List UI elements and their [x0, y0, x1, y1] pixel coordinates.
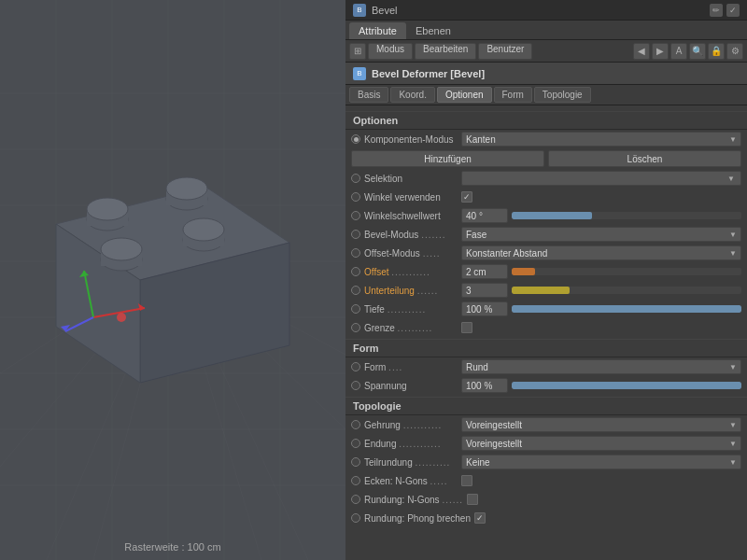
- prop-row-form: Form .... Rund ▼: [345, 357, 747, 376]
- value-endung: Voreingestellt ▼: [461, 436, 741, 451]
- edit-icon[interactable]: ✏: [710, 4, 723, 17]
- dropdown-endung[interactable]: Voreingestellt ▼: [461, 436, 741, 451]
- dropdown-gehrung[interactable]: Voreingestellt ▼: [461, 417, 741, 432]
- properties-panel: B Bevel ✏ ✓ Attribute Ebenen ⊞ Modus Bea…: [345, 0, 747, 560]
- input-tiefe[interactable]: 100 %: [461, 301, 508, 316]
- value-selektion: ▼: [461, 171, 741, 186]
- value-gehrung: Voreingestellt ▼: [461, 417, 741, 432]
- radio-komponenten[interactable]: [351, 134, 360, 144]
- value-spannung: 100 %: [461, 378, 741, 393]
- radio-tiefe[interactable]: [351, 304, 360, 314]
- anchor-icon[interactable]: A: [670, 43, 687, 60]
- dropdown-bevel-modus[interactable]: Fase ▼: [461, 227, 741, 242]
- tab-optionen[interactable]: Optionen: [437, 87, 492, 103]
- prop-row-rundung-phong: Rundung: Phong brechen: [345, 509, 747, 527]
- viewport-label: Rasterweite : 100 cm: [124, 541, 220, 553]
- dropdown-kanten[interactable]: Kanten ▼: [461, 132, 741, 147]
- label-selektion: Selektion: [364, 174, 458, 184]
- tab-topologie[interactable]: Topologie: [534, 87, 591, 103]
- radio-winkel-verwenden[interactable]: [351, 192, 360, 202]
- dropdown-teilrundung[interactable]: Keine ▼: [461, 455, 741, 469]
- svg-point-43: [117, 313, 126, 322]
- radio-offset[interactable]: [351, 267, 360, 276]
- slider-winkelschwellwert[interactable]: [512, 212, 741, 219]
- label-bevel-modus: Bevel-Modus .......: [364, 230, 458, 240]
- input-spannung[interactable]: 100 %: [461, 378, 508, 393]
- radio-unterteilung[interactable]: [351, 286, 360, 295]
- section-form: Form: [345, 339, 747, 357]
- radio-bevel-modus[interactable]: [351, 230, 360, 239]
- tab-koord[interactable]: Koord.: [390, 87, 434, 103]
- checkbox-rundung-phong[interactable]: [474, 512, 486, 524]
- title-bar-actions: ✏ ✓: [710, 4, 740, 17]
- value-form: Rund ▼: [461, 359, 741, 374]
- label-tiefe: Tiefe ...........: [364, 304, 458, 315]
- section-topologie: Topologie: [345, 397, 747, 415]
- dropdown-form[interactable]: Rund ▼: [461, 359, 741, 374]
- radio-grenze[interactable]: [351, 323, 360, 332]
- tab-basis[interactable]: Basis: [349, 87, 388, 103]
- radio-form[interactable]: [351, 362, 360, 371]
- value-ecken-ngons: [461, 475, 741, 486]
- check-icon[interactable]: ✓: [726, 4, 740, 17]
- input-winkelschwellwert[interactable]: 40 °: [461, 208, 508, 223]
- tab-form[interactable]: Form: [494, 87, 532, 103]
- input-unterteilung[interactable]: 3: [461, 283, 508, 298]
- label-ecken-ngons: Ecken: N-Gons .....: [364, 476, 458, 486]
- object-icon: B: [353, 67, 366, 80]
- bearbeiten-button[interactable]: Bearbeiten: [415, 43, 476, 60]
- btn-row-add-delete: Hinzufügen Löschen: [345, 148, 747, 169]
- lock-icon[interactable]: 🔒: [708, 43, 725, 60]
- toolbar: ⊞ Modus Bearbeiten Benutzer ◀ ▶ A 🔍 🔒 ⚙: [345, 40, 747, 63]
- slider-offset[interactable]: [512, 268, 741, 275]
- checkbox-rundung-ngons[interactable]: [467, 494, 478, 505]
- prop-row-winkel-verwenden: Winkel verwenden: [345, 188, 747, 206]
- radio-spannung[interactable]: [351, 381, 360, 390]
- gear-icon[interactable]: ⚙: [726, 43, 743, 60]
- slider-tiefe[interactable]: [512, 305, 741, 313]
- prop-row-offset: Offset ........... 2 cm: [345, 262, 747, 281]
- tab-attribute[interactable]: Attribute: [349, 22, 406, 39]
- benutzer-button[interactable]: Benutzer: [478, 43, 532, 60]
- svg-point-36: [183, 218, 224, 241]
- checkbox-grenze[interactable]: [461, 322, 472, 333]
- radio-selektion[interactable]: [351, 174, 360, 183]
- input-offset[interactable]: 2 cm: [461, 264, 508, 279]
- prop-row-bevel-modus: Bevel-Modus ....... Fase ▼: [345, 225, 747, 244]
- title-bar: B Bevel ✏ ✓: [345, 0, 747, 21]
- slider-spannung[interactable]: [512, 382, 741, 389]
- checkbox-winkel-verwenden[interactable]: [461, 191, 472, 203]
- prop-row-teilrundung: Teilrundung .......... Keine ▼: [345, 453, 747, 471]
- value-rundung-ngons: [467, 494, 741, 505]
- svg-point-30: [166, 177, 207, 200]
- label-winkel-verwenden: Winkel verwenden: [364, 192, 458, 203]
- grid-icon[interactable]: ⊞: [349, 43, 366, 60]
- arrow-left-icon[interactable]: ◀: [633, 43, 650, 60]
- checkbox-ecken-ngons[interactable]: [461, 475, 472, 486]
- radio-teilrundung[interactable]: [351, 457, 360, 467]
- panel-content[interactable]: Optionen Komponenten-Modus Kanten ▼ Hinz…: [345, 105, 747, 560]
- radio-ecken-ngons[interactable]: [351, 476, 360, 485]
- slider-unterteilung[interactable]: [512, 287, 741, 294]
- radio-offset-modus[interactable]: [351, 248, 360, 258]
- object-header: B Bevel Deformer [Bevel]: [345, 63, 747, 85]
- radio-rundung-phong[interactable]: [351, 513, 360, 523]
- dropdown-offset-modus[interactable]: Konstanter Abstand ▼: [461, 245, 741, 260]
- svg-point-33: [101, 238, 142, 260]
- btn-hinzufuegen[interactable]: Hinzufügen: [351, 150, 544, 167]
- prop-row-grenze: Grenze ..........: [345, 318, 747, 337]
- value-grenze: [461, 322, 741, 333]
- btn-loeschen[interactable]: Löschen: [548, 150, 741, 167]
- radio-gehrung[interactable]: [351, 420, 360, 429]
- radio-winkelschwellwert[interactable]: [351, 211, 360, 220]
- label-rundung-ngons: Rundung: N-Gons ......: [364, 495, 463, 505]
- radio-endung[interactable]: [351, 439, 360, 448]
- search-icon[interactable]: 🔍: [689, 43, 706, 60]
- label-offset-modus: Offset-Modus .....: [364, 248, 458, 259]
- arrow-right-icon[interactable]: ▶: [652, 43, 669, 60]
- dropdown-selektion[interactable]: ▼: [461, 171, 741, 186]
- main-tabs: Attribute Ebenen: [345, 21, 747, 40]
- radio-rundung-ngons[interactable]: [351, 495, 360, 504]
- modus-button[interactable]: Modus: [368, 43, 413, 60]
- tab-ebenen[interactable]: Ebenen: [406, 22, 460, 39]
